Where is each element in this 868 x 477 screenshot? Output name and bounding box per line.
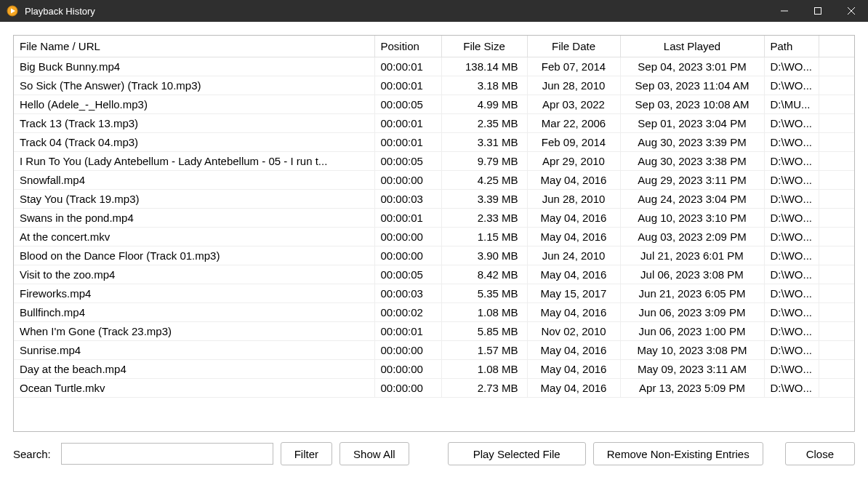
cell-position: 00:00:05 [374, 152, 441, 171]
close-window-button[interactable] [835, 0, 868, 22]
cell-filedate: Jun 28, 2010 [527, 190, 620, 209]
table-row[interactable]: Hello (Adele_-_Hello.mp3)00:00:054.99 MB… [14, 95, 854, 114]
cell-lastplayed: May 10, 2023 3:08 PM [620, 341, 764, 360]
close-button[interactable]: Close [785, 442, 855, 465]
cell-filedate: May 15, 2017 [527, 284, 620, 303]
cell-filesize: 3.39 MB [441, 190, 527, 209]
cell-position: 00:00:05 [374, 95, 441, 114]
cell-filedate: May 04, 2016 [527, 171, 620, 190]
cell-filedate: Mar 22, 2006 [527, 114, 620, 133]
cell-lastplayed: Aug 03, 2023 2:09 PM [620, 228, 764, 246]
table-row[interactable]: At the concert.mkv00:00:001.15 MBMay 04,… [14, 228, 854, 246]
cell-lastplayed: Jun 21, 2023 6:05 PM [620, 284, 764, 303]
cell-filename: Bullfinch.mp4 [14, 303, 374, 322]
table-row[interactable]: Stay You (Track 19.mp3)00:00:033.39 MBJu… [14, 190, 854, 209]
table-row[interactable]: Track 04 (Track 04.mp3)00:00:013.31 MBFe… [14, 133, 854, 152]
col-header-path[interactable]: Path [764, 36, 819, 57]
cell-filedate: May 04, 2016 [527, 360, 620, 379]
maximize-button[interactable] [801, 0, 835, 22]
window-title: Playback History [25, 6, 768, 17]
cell-lastplayed: Sep 03, 2023 10:08 AM [620, 95, 764, 114]
cell-position: 00:00:00 [374, 379, 441, 398]
filter-button[interactable]: Filter [281, 442, 332, 465]
window-controls [768, 0, 868, 22]
cell-filename: When I'm Gone (Track 23.mp3) [14, 322, 374, 341]
cell-filesize: 3.18 MB [441, 76, 527, 95]
cell-filedate: Jun 24, 2010 [527, 246, 620, 265]
cell-filename: Fireworks.mp4 [14, 284, 374, 303]
cell-position: 00:00:02 [374, 303, 441, 322]
cell-lastplayed: Aug 30, 2023 3:38 PM [620, 152, 764, 171]
cell-lastplayed: Aug 24, 2023 3:04 PM [620, 190, 764, 209]
bottom-bar: Search: Filter Show All Play Selected Fi… [0, 432, 868, 477]
play-selected-button[interactable]: Play Selected File [448, 442, 586, 465]
search-input[interactable] [61, 443, 273, 465]
cell-filesize: 5.35 MB [441, 284, 527, 303]
svg-rect-3 [815, 8, 821, 15]
table-row[interactable]: Blood on the Dance Floor (Track 01.mp3)0… [14, 246, 854, 265]
table-row[interactable]: Swans in the pond.mp400:00:012.33 MBMay … [14, 209, 854, 228]
cell-position: 00:00:01 [374, 76, 441, 95]
table-row[interactable]: Snowfall.mp400:00:004.25 MBMay 04, 2016A… [14, 171, 854, 190]
cell-filesize: 4.99 MB [441, 95, 527, 114]
cell-filename: Snowfall.mp4 [14, 171, 374, 190]
cell-position: 00:00:00 [374, 228, 441, 246]
cell-filedate: May 04, 2016 [527, 379, 620, 398]
cell-position: 00:00:00 [374, 341, 441, 360]
table-row[interactable]: Day at the beach.mp400:00:001.08 MBMay 0… [14, 360, 854, 379]
table-row[interactable]: Ocean Turtle.mkv00:00:002.73 MBMay 04, 2… [14, 379, 854, 398]
cell-lastplayed: Aug 30, 2023 3:39 PM [620, 133, 764, 152]
cell-filename: Track 04 (Track 04.mp3) [14, 133, 374, 152]
table-row[interactable]: Fireworks.mp400:00:035.35 MBMay 15, 2017… [14, 284, 854, 303]
col-header-position[interactable]: Position [374, 36, 441, 57]
cell-position: 00:00:00 [374, 246, 441, 265]
table-row[interactable]: Sunrise.mp400:00:001.57 MBMay 04, 2016Ma… [14, 341, 854, 360]
cell-path: D:\WO... [764, 265, 819, 284]
cell-filesize: 5.85 MB [441, 322, 527, 341]
cell-lastplayed: Jun 06, 2023 1:00 PM [620, 322, 764, 341]
table-row[interactable]: I Run To You (Lady Antebellum - Lady Ant… [14, 152, 854, 171]
col-header-filename[interactable]: File Name / URL [14, 36, 374, 57]
cell-spacer [819, 76, 854, 95]
cell-lastplayed: Jul 06, 2023 3:08 PM [620, 265, 764, 284]
cell-filedate: Jun 28, 2010 [527, 76, 620, 95]
cell-filedate: May 04, 2016 [527, 303, 620, 322]
show-all-button[interactable]: Show All [339, 442, 409, 465]
remove-nonexisting-button[interactable]: Remove Non-Existing Entries [593, 442, 763, 465]
table-row[interactable]: When I'm Gone (Track 23.mp3)00:00:015.85… [14, 322, 854, 341]
cell-position: 00:00:03 [374, 284, 441, 303]
cell-filedate: Apr 29, 2010 [527, 152, 620, 171]
cell-filedate: Nov 02, 2010 [527, 322, 620, 341]
col-header-filedate[interactable]: File Date [527, 36, 620, 57]
cell-spacer [819, 57, 854, 76]
cell-filename: I Run To You (Lady Antebellum - Lady Ant… [14, 152, 374, 171]
table-row[interactable]: Track 13 (Track 13.mp3)00:00:012.35 MBMa… [14, 114, 854, 133]
cell-filename: Track 13 (Track 13.mp3) [14, 114, 374, 133]
cell-filename: At the concert.mkv [14, 228, 374, 246]
cell-filesize: 1.08 MB [441, 303, 527, 322]
cell-path: D:\WO... [764, 246, 819, 265]
cell-spacer [819, 133, 854, 152]
titlebar: Playback History [0, 0, 868, 22]
table-row[interactable]: Bullfinch.mp400:00:021.08 MBMay 04, 2016… [14, 303, 854, 322]
minimize-button[interactable] [768, 0, 801, 22]
cell-filesize: 3.90 MB [441, 246, 527, 265]
cell-spacer [819, 360, 854, 379]
cell-path: D:\WO... [764, 379, 819, 398]
cell-spacer [819, 284, 854, 303]
cell-path: D:\WO... [764, 341, 819, 360]
cell-filesize: 8.42 MB [441, 265, 527, 284]
table-row[interactable]: So Sick (The Answer) (Track 10.mp3)00:00… [14, 76, 854, 95]
cell-spacer [819, 303, 854, 322]
cell-filename: Sunrise.mp4 [14, 341, 374, 360]
cell-filesize: 9.79 MB [441, 152, 527, 171]
table-row[interactable]: Visit to the zoo.mp400:00:058.42 MBMay 0… [14, 265, 854, 284]
playback-history-window: Playback History File Name / URL Positio… [0, 0, 868, 477]
cell-lastplayed: Sep 04, 2023 3:01 PM [620, 57, 764, 76]
cell-lastplayed: Jun 06, 2023 3:09 PM [620, 303, 764, 322]
col-header-filesize[interactable]: File Size [441, 36, 527, 57]
table-row[interactable]: Big Buck Bunny.mp400:00:01138.14 MBFeb 0… [14, 57, 854, 76]
cell-filesize: 4.25 MB [441, 171, 527, 190]
col-header-lastplayed[interactable]: Last Played [620, 36, 764, 57]
cell-filesize: 1.57 MB [441, 341, 527, 360]
